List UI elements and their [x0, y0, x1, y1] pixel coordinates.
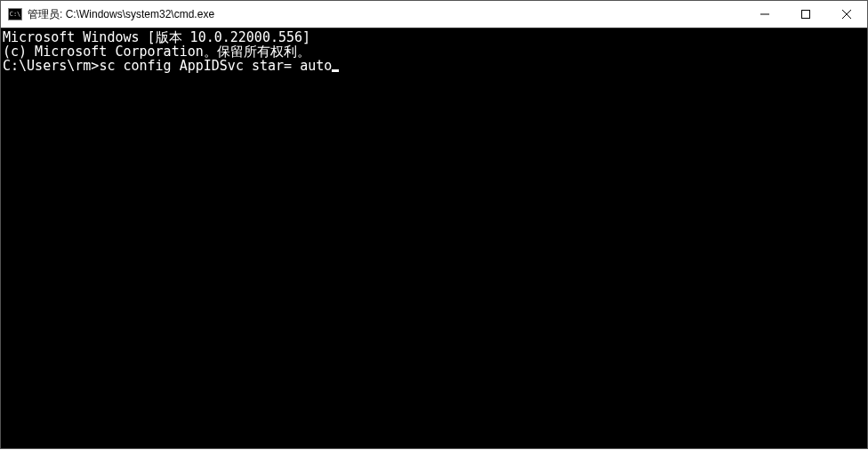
version-line: Microsoft Windows [版本 10.0.22000.556]: [3, 30, 865, 44]
window-title: 管理员: C:\Windows\system32\cmd.exe: [28, 7, 214, 22]
close-icon: [842, 10, 851, 19]
maximize-icon: [801, 10, 810, 19]
cursor: [332, 69, 339, 72]
prompt-text: C:\Users\rm>: [3, 59, 99, 73]
maximize-button[interactable]: [785, 1, 826, 28]
svg-rect-1: [802, 11, 810, 19]
cmd-window: C:\ 管理员: C:\Windows\system32\cmd.exe: [0, 0, 868, 449]
titlebar[interactable]: C:\ 管理员: C:\Windows\system32\cmd.exe: [1, 1, 867, 28]
copyright-line: (c) Microsoft Corporation。保留所有权利。: [3, 44, 865, 59]
prompt-line: C:\Users\rm>sc config AppIDSvc star= aut…: [3, 59, 865, 73]
window-controls: [744, 1, 867, 28]
close-button[interactable]: [826, 1, 867, 28]
command-text: sc config AppIDSvc star= auto: [99, 59, 332, 73]
minimize-button[interactable]: [744, 1, 785, 28]
minimize-icon: [760, 10, 769, 19]
page-footer-fragment: [0, 449, 868, 458]
terminal-content[interactable]: Microsoft Windows [版本 10.0.22000.556](c)…: [1, 28, 867, 448]
titlebar-left: C:\ 管理员: C:\Windows\system32\cmd.exe: [8, 7, 214, 22]
cmd-icon: C:\: [8, 8, 22, 20]
